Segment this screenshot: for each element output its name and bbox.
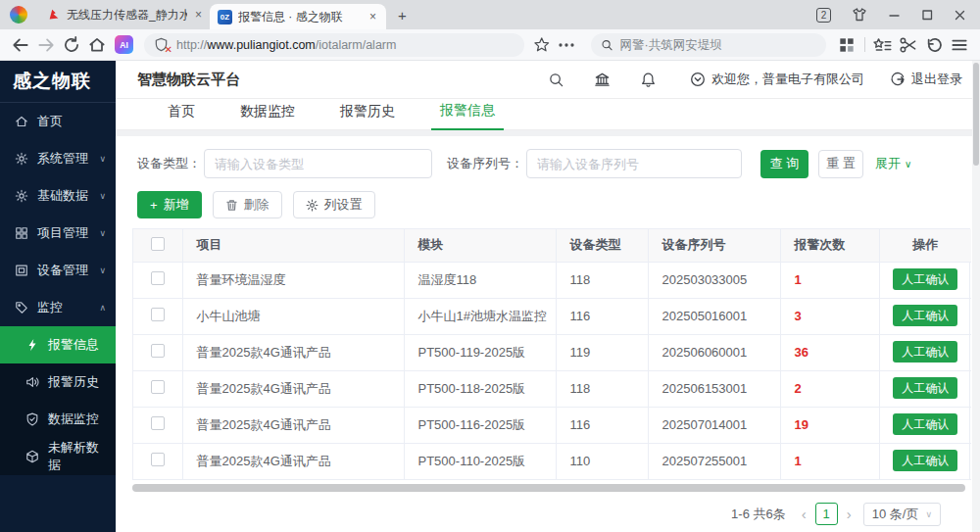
prev-page-button[interactable]: ‹ — [798, 506, 810, 522]
close-button[interactable] — [954, 9, 966, 22]
tab-data-monitor[interactable]: 数据监控 — [231, 103, 304, 129]
device-type-input[interactable] — [204, 149, 432, 178]
home-icon[interactable] — [87, 35, 107, 55]
search-button[interactable]: 查 询 — [760, 150, 808, 178]
tab-alarm-info[interactable]: 报警信息 — [431, 102, 504, 130]
apps-grid-icon[interactable] — [837, 35, 857, 55]
gear-icon — [306, 199, 318, 212]
expand-toggle[interactable]: 展开 ∨ — [875, 155, 911, 172]
search-icon — [601, 38, 613, 52]
bell-icon[interactable] — [640, 72, 657, 88]
row-checkbox[interactable] — [151, 453, 165, 466]
sidebar-item-data-monitor[interactable]: 数据监控 — [0, 401, 116, 438]
column-settings-button[interactable]: 列设置 — [293, 191, 375, 218]
module-cell: PT500-116-2025版 — [404, 407, 556, 443]
puliang-favicon — [47, 8, 61, 22]
sidebar-item-home[interactable]: 首页 — [0, 103, 116, 140]
col-header-project: 项目 — [182, 229, 404, 262]
row-checkbox[interactable] — [151, 380, 165, 394]
back-icon[interactable] — [11, 35, 30, 55]
tab-close-icon[interactable]: × — [193, 8, 204, 22]
vertical-scrollbar-track[interactable] — [972, 61, 980, 532]
logout-label: 退出登录 — [911, 71, 962, 88]
confirm-button[interactable]: 人工确认 — [893, 413, 957, 435]
serial-input[interactable] — [526, 149, 742, 178]
pagination-summary: 1-6 共6条 — [731, 506, 786, 523]
browser-tab-2-active[interactable]: 0Z 报警信息 · 感之物联 × — [210, 4, 386, 29]
new-tab-button[interactable]: + — [398, 7, 407, 24]
row-checkbox[interactable] — [151, 344, 165, 358]
logout-button[interactable]: 退出登录 — [890, 71, 962, 88]
trash-icon — [225, 199, 238, 212]
reload-icon[interactable] — [62, 35, 81, 55]
site-safety-icon[interactable]: ✕ — [154, 37, 170, 53]
next-page-button[interactable]: › — [843, 506, 856, 522]
home-icon — [15, 115, 28, 128]
row-checkbox[interactable] — [151, 271, 165, 285]
browser-search-box[interactable] — [591, 33, 826, 57]
sidebar-item-label: 报警历史 — [48, 373, 99, 391]
page-size-select[interactable]: 10 条/页 ∨ — [863, 503, 941, 526]
browser-logo-icon[interactable] — [10, 6, 27, 24]
favorites-list-icon[interactable] — [873, 35, 893, 55]
row-checkbox[interactable] — [151, 416, 165, 430]
main-content: 智慧物联云平台 欢迎您，普量电子有限公司 退出登录 首页 数据监控 报警历史 报… — [116, 61, 980, 532]
confirm-button[interactable]: 人工确认 — [893, 305, 957, 326]
confirm-button[interactable]: 人工确认 — [893, 268, 957, 290]
undo-icon[interactable] — [924, 35, 944, 55]
chevron-down-icon: ∨ — [99, 154, 106, 164]
sidebar-item-unparsed-data[interactable]: 未解析数据 — [0, 438, 116, 475]
page-number-button[interactable]: 1 — [815, 503, 838, 525]
tab-home[interactable]: 首页 — [159, 103, 204, 129]
sidebar-item-monitor[interactable]: 监控 ∧ — [0, 289, 116, 326]
more-options-icon[interactable] — [557, 35, 576, 55]
account-circle-icon — [690, 72, 706, 87]
header-search-icon[interactable] — [548, 72, 564, 88]
chevron-down-icon: ∨ — [99, 266, 106, 275]
lightning-icon — [25, 338, 39, 352]
add-button[interactable]: + 新增 — [137, 191, 202, 218]
add-label: 新增 — [164, 196, 189, 214]
browser-tab-1[interactable]: 无线压力传感器_静力水准仪_ × — [41, 7, 210, 24]
forward-icon[interactable] — [36, 35, 56, 55]
module-cell: 小牛山1#池塘水温监控 — [404, 298, 556, 334]
delete-button[interactable]: 删除 — [213, 191, 282, 218]
sidebar-item-label: 基础数据 — [37, 187, 88, 205]
alarm-count-cell: 36 — [780, 334, 879, 370]
sidebar-item-alarm-history[interactable]: 报警历史 — [0, 363, 116, 401]
ai-assistant-icon[interactable]: AI — [115, 35, 133, 54]
device-type-label: 设备类型： — [137, 155, 201, 172]
theme-shirt-icon[interactable] — [852, 7, 867, 23]
minimize-button[interactable] — [888, 9, 901, 22]
horizontal-scrollbar[interactable] — [132, 484, 965, 492]
select-all-checkbox[interactable] — [151, 237, 165, 251]
alarm-count-cell: 19 — [780, 407, 879, 443]
bookmark-star-icon[interactable] — [532, 35, 551, 54]
tab-alarm-history[interactable]: 报警历史 — [331, 103, 404, 129]
scissors-icon[interactable] — [899, 35, 918, 55]
bank-icon[interactable] — [594, 72, 611, 88]
sidebar-item-project[interactable]: 项目管理 ∨ — [0, 215, 116, 252]
welcome-account[interactable]: 欢迎您，普量电子有限公司 — [690, 71, 864, 88]
reset-button[interactable]: 重 置 — [818, 150, 863, 178]
menu-icon[interactable] — [950, 35, 969, 55]
tab-close-icon[interactable]: × — [368, 10, 378, 24]
col-header-action: 操作 — [879, 229, 971, 262]
confirm-button[interactable]: 人工确认 — [893, 377, 957, 399]
columns-label: 列设置 — [324, 196, 363, 214]
confirm-button[interactable]: 人工确认 — [893, 450, 957, 471]
maximize-button[interactable] — [921, 9, 933, 21]
sidebar-item-basedata[interactable]: 基础数据 ∨ — [0, 177, 116, 215]
sidebar-item-system[interactable]: 系统管理 ∨ — [0, 140, 116, 177]
logout-icon — [890, 72, 906, 87]
vertical-scrollbar-thumb[interactable] — [973, 63, 979, 166]
sidebar-item-device[interactable]: 设备管理 ∨ — [0, 252, 116, 289]
browser-search-input[interactable] — [620, 38, 816, 52]
address-bar[interactable]: ✕ http://www.puliangiot.com/iotalarm/ala… — [144, 33, 524, 57]
col-header-module: 模块 — [404, 229, 556, 262]
confirm-button[interactable]: 人工确认 — [893, 341, 957, 363]
sidebar-item-alarm-info[interactable]: 报警信息 — [0, 326, 116, 363]
table-row: 小牛山池塘 小牛山1#池塘水温监控 116 202505016001 3 人工确… — [133, 298, 971, 334]
window-count-badge[interactable]: 2 — [816, 8, 831, 23]
row-checkbox[interactable] — [151, 308, 165, 321]
